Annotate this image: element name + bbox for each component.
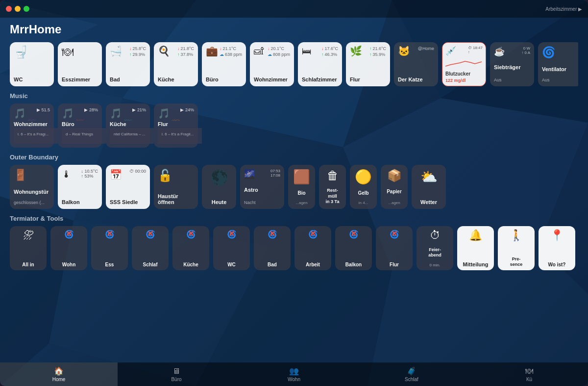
nav-item-wohn[interactable]: 👥 Wohn	[235, 362, 353, 386]
boundary-card-heute[interactable]: 🌑 Heute	[202, 165, 236, 209]
maximize-button[interactable]	[24, 6, 29, 12]
music-wohn-percent: ▶ 51.5	[37, 107, 50, 112]
music-section-label: Music	[10, 92, 578, 100]
room-card-siebraeger[interactable]: ☕ 0 W↑ 0 A Siebträger Aus	[490, 42, 534, 86]
nav-item-buero[interactable]: 🖥 Büro	[118, 362, 235, 386]
room-card-bad[interactable]: 🛁 ↓ 25.8°C ↑ 29.9% Bad	[106, 42, 150, 86]
boundary-card-wohnungstuer[interactable]: 🚪 Wohnungstür geschlossen (...	[10, 165, 54, 209]
allin-icon: ⛈	[13, 229, 44, 242]
ess-fan-name: Ess	[94, 262, 125, 267]
music-card-flur[interactable]: 🎵 ▶ 24% Flur l. 6 – It's a Fragil...	[154, 103, 198, 148]
boundary-card-balkon[interactable]: 🌡 ↓ 10.5°C ↑ 53% Balkon	[58, 165, 102, 209]
room-card-blutzucker[interactable]: 💉 ⏱ 18:47↑ Blutzucker 122 mg/dl	[442, 42, 486, 86]
bio-sub: ...agen	[292, 201, 311, 205]
wetter-icon: ⛅	[416, 169, 442, 185]
restmuell-icon: 🗑	[323, 169, 342, 182]
tool-card-ess-fan[interactable]: 🌀✕ Ess	[91, 226, 128, 270]
music-flur-track: l. 6 – It's a Fragil...	[158, 128, 202, 144]
bad-fan-name: Bad	[257, 262, 288, 267]
room-card-ventilator[interactable]: 🌀 Ventilator Aus	[538, 42, 578, 86]
nav-item-home[interactable]: 🏠 Home	[0, 362, 118, 386]
wohnungstuer-status: geschlossen (...	[14, 200, 50, 205]
main-content: MrrHome 🚽 WC 🍽 Esszimmer 🛁 ↓ 25.8°C ↑ 29…	[0, 18, 588, 362]
boundary-card-sss[interactable]: 📅 ⏱ 00:00 SSS Siedle	[106, 165, 150, 209]
wo-ist-icon: 📍	[541, 229, 572, 242]
room-card-kueche[interactable]: 🍳 ↓ 21.8°C ↑ 37.8% Küche	[154, 42, 198, 86]
gelb-sub: in 4...	[354, 201, 373, 205]
music-card-buero[interactable]: 🎵 ▶ 28% Büro d – Real Things	[58, 103, 102, 148]
tool-card-mitteilung[interactable]: 🔔 Mitteilung	[457, 226, 494, 270]
minimize-button[interactable]	[15, 6, 21, 12]
buero-nav-label: Büro	[171, 377, 181, 382]
wohnzimmer-name: Wohnzimmer	[254, 77, 290, 82]
tool-card-feierabend[interactable]: ⏱ Feier-abend 0 min.	[416, 226, 453, 270]
room-card-wohnzimmer[interactable]: 🛋 ↓ 20.1°C ☁ 808 ppm Wohnzimmer	[250, 42, 294, 86]
tool-card-wohn-fan[interactable]: 🌀✕ Wohn	[50, 226, 87, 270]
music-kueche-name: Küche	[110, 121, 146, 127]
feierabend-icon: ⏱	[419, 229, 450, 242]
sss-time: ⏱ 00:00	[129, 169, 146, 174]
nav-item-schlaf[interactable]: 🧳 Schlaf	[353, 362, 470, 386]
kueche-name: Küche	[158, 77, 194, 82]
music-buero-name: Büro	[62, 121, 98, 127]
wc-icon: 🚽	[14, 46, 50, 58]
astro-icon: 🌌	[244, 169, 255, 180]
schlaf-fan-icon: 🌀✕	[135, 229, 166, 239]
traffic-lights	[6, 6, 29, 12]
astro-name: Astro	[244, 187, 280, 193]
home-nav-icon: 🏠	[54, 366, 64, 376]
buero-nav-icon: 🖥	[172, 367, 180, 376]
tool-card-kueche-fan[interactable]: 🌀✕ Küche	[172, 226, 209, 270]
music-kueche-track: ntel California – ...	[110, 128, 154, 144]
siebraeger-icon: ☕	[494, 46, 505, 57]
boundary-card-restmuell[interactable]: 🗑 Rest-müllin 3 Ta	[319, 165, 346, 209]
tool-card-arbeit-fan[interactable]: 🌀✕ Arbeit	[294, 226, 331, 270]
tool-card-balkon-fan[interactable]: 🌀✕ Balkon	[335, 226, 372, 270]
siebraeger-name: Siebträger	[494, 64, 530, 70]
flur-stats: ↑ 21.6°C ↑ 35.9%	[369, 46, 386, 57]
tool-card-bad-fan[interactable]: 🌀✕ Bad	[254, 226, 291, 270]
room-card-flur[interactable]: 🌿 ↑ 21.6°C ↑ 35.9% Flur	[346, 42, 390, 86]
tool-card-wo-ist[interactable]: 📍 Wo ist?	[539, 226, 575, 270]
wohn-nav-icon: 👥	[289, 366, 299, 376]
siebraeger-stats: 0 W↑ 0 A	[521, 46, 530, 55]
boundary-card-papier[interactable]: 📦 Papier ...agen	[381, 165, 408, 209]
tool-card-presence[interactable]: 🚶 Pre-sence	[498, 226, 535, 270]
boundary-card-bio[interactable]: 🟫 Bio ...agen	[288, 165, 315, 209]
close-button[interactable]	[6, 6, 12, 12]
bad-name: Bad	[110, 77, 146, 82]
ku-nav-label: Kü	[526, 377, 532, 382]
music-kueche-icon: 🎵	[110, 107, 122, 119]
tool-card-allin[interactable]: ⛈ All in	[10, 226, 47, 270]
room-card-wc[interactable]: 🚽 WC	[10, 42, 54, 86]
room-card-esszimmer[interactable]: 🍽 Esszimmer	[58, 42, 102, 86]
room-card-schlafzimmer[interactable]: 🛏 ↓ 17.6°C ↑ 46.3% Schlafzimmer	[298, 42, 342, 86]
outer-section-label: Outer Boundary	[10, 154, 578, 161]
room-card-buero[interactable]: 💼 ↓ 21.1°C ☁ 638 ppm Büro	[202, 42, 246, 86]
boundary-card-gelb[interactable]: 🟡 Gelb in 4...	[350, 165, 377, 209]
sss-name: SSS Siedle	[110, 199, 146, 205]
wohnungstuer-icon: 🚪	[14, 169, 50, 181]
boundary-card-haustuer[interactable]: 🔓 Haustür öffnen	[154, 165, 198, 209]
tool-card-schlaf-fan[interactable]: 🌀✕ Schlaf	[132, 226, 169, 270]
nav-item-ku[interactable]: 🍽 Kü	[470, 362, 588, 386]
wohn-fan-name: Wohn	[53, 262, 84, 267]
tool-card-flur-fan[interactable]: 🌀✕ Flur	[376, 226, 413, 270]
music-wohn-track: l. 6 – It's a Fragi...	[14, 128, 58, 144]
balkon-name: Balkon	[62, 199, 98, 205]
music-card-wohn[interactable]: 🎵 ▶ 51.5 Wohnzimmer l. 6 – It's a Fragi.…	[10, 103, 54, 148]
ku-nav-icon: 🍽	[525, 367, 533, 376]
balkon-stats: ↓ 10.5°C ↑ 53%	[81, 169, 98, 179]
music-card-kueche[interactable]: 🎵 ▶ 21% Küche ntel California – ...	[106, 103, 150, 148]
boundary-card-wetter[interactable]: ⛅ Wetter	[412, 165, 446, 209]
music-wohn-icon: 🎵	[14, 107, 26, 119]
wc-fan-icon: 🌀✕	[216, 229, 247, 239]
ventilator-status: Aus	[542, 77, 578, 82]
app-title: MrrHome	[10, 23, 578, 36]
ventilator-icon: 🌀	[542, 46, 578, 59]
music-flur-icon: 🎵	[158, 107, 170, 119]
tool-card-wc-fan[interactable]: 🌀✕ WC	[213, 226, 250, 270]
room-card-katze[interactable]: 🐱 @Home Der Katze	[394, 42, 438, 86]
boundary-card-astro[interactable]: 🌌 07:5317:08 Astro Nacht	[240, 165, 284, 209]
bottom-nav: 🏠 Home 🖥 Büro 👥 Wohn 🧳 Schlaf 🍽 Kü	[0, 362, 588, 386]
